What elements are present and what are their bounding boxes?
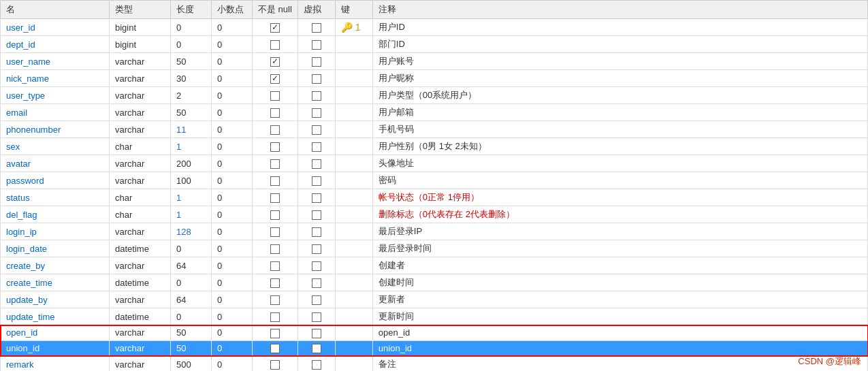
table-body: user_idbigint00🔑 1用户IDdept_idbigint00部门I…	[1, 19, 868, 372]
notnull-checkbox[interactable]	[270, 193, 280, 203]
cell-length: 1	[171, 206, 212, 223]
table-row[interactable]: sexchar10用户性别（0男 1女 2未知）	[1, 138, 868, 155]
cell-type: varchar	[110, 356, 171, 371]
cell-name: sex	[1, 138, 110, 155]
cell-comment: 创建者	[372, 257, 867, 274]
cell-key	[335, 155, 372, 172]
notnull-checkbox[interactable]	[270, 278, 280, 288]
table-row[interactable]: avatarvarchar2000头像地址	[1, 155, 868, 172]
virtual-checkbox[interactable]	[312, 344, 321, 353]
cell-name: remark	[1, 356, 110, 371]
header-key: 键	[335, 1, 372, 19]
cell-type: bigint	[110, 36, 171, 53]
virtual-checkbox[interactable]	[312, 74, 321, 84]
notnull-checkbox[interactable]	[270, 40, 280, 50]
virtual-checkbox[interactable]	[312, 108, 321, 118]
virtual-checkbox[interactable]	[312, 125, 321, 135]
cell-comment: 最后登录IP	[372, 223, 867, 240]
cell-decimal: 0	[212, 87, 253, 104]
notnull-checkbox[interactable]	[270, 23, 280, 33]
virtual-checkbox[interactable]	[312, 295, 321, 305]
notnull-checkbox[interactable]	[270, 159, 280, 169]
cell-notnull	[253, 53, 298, 70]
table-row[interactable]: open_idvarchar500open_id	[1, 325, 868, 341]
cell-type: varchar	[110, 155, 171, 172]
cell-type: varchar	[110, 70, 171, 87]
virtual-checkbox[interactable]	[312, 23, 321, 33]
cell-type: varchar	[110, 87, 171, 104]
header-comment: 注释	[372, 1, 867, 19]
table-row[interactable]: dept_idbigint00部门ID	[1, 36, 868, 53]
table-row[interactable]: login_ipvarchar1280最后登录IP	[1, 223, 868, 240]
table-row[interactable]: create_timedatetime00创建时间	[1, 274, 868, 291]
notnull-checkbox[interactable]	[270, 57, 280, 67]
table-row[interactable]: statuschar10帐号状态（0正常 1停用）	[1, 189, 868, 206]
cell-key: 🔑 1	[335, 19, 372, 36]
notnull-checkbox[interactable]	[270, 74, 280, 84]
cell-name: email	[1, 104, 110, 121]
notnull-checkbox[interactable]	[270, 125, 280, 135]
virtual-checkbox[interactable]	[312, 176, 321, 186]
cell-key	[335, 274, 372, 291]
notnull-checkbox[interactable]	[270, 227, 280, 237]
notnull-checkbox[interactable]	[270, 312, 280, 322]
table-row[interactable]: nick_namevarchar300用户昵称	[1, 70, 868, 87]
virtual-checkbox[interactable]	[312, 312, 321, 322]
notnull-checkbox[interactable]	[270, 360, 280, 370]
virtual-checkbox[interactable]	[312, 193, 321, 203]
table-row[interactable]: update_timedatetime00更新时间	[1, 308, 868, 325]
cell-type: varchar	[110, 223, 171, 240]
virtual-checkbox[interactable]	[312, 40, 321, 50]
cell-notnull	[253, 36, 298, 53]
cell-key	[335, 206, 372, 223]
table-row[interactable]: login_datedatetime00最后登录时间	[1, 240, 868, 257]
cell-virtual	[298, 356, 335, 371]
virtual-checkbox[interactable]	[312, 227, 321, 237]
notnull-checkbox[interactable]	[270, 329, 280, 338]
virtual-checkbox[interactable]	[312, 278, 321, 288]
cell-key	[335, 189, 372, 206]
virtual-checkbox[interactable]	[312, 261, 321, 271]
notnull-checkbox[interactable]	[270, 261, 280, 271]
cell-decimal: 0	[212, 70, 253, 87]
virtual-checkbox[interactable]	[312, 244, 321, 254]
virtual-checkbox[interactable]	[312, 329, 321, 338]
cell-name: login_ip	[1, 223, 110, 240]
virtual-checkbox[interactable]	[312, 57, 321, 67]
table-row[interactable]: remarkvarchar5000备注	[1, 356, 868, 371]
cell-virtual	[298, 340, 335, 356]
cell-notnull	[253, 155, 298, 172]
table-row[interactable]: del_flagchar10删除标志（0代表存在 2代表删除）	[1, 206, 868, 223]
cell-type: char	[110, 206, 171, 223]
virtual-checkbox[interactable]	[312, 360, 321, 370]
notnull-checkbox[interactable]	[270, 142, 280, 152]
table-row[interactable]: user_typevarchar20用户类型（00系统用户）	[1, 87, 868, 104]
cell-comment: 备注	[372, 356, 867, 371]
virtual-checkbox[interactable]	[312, 91, 321, 101]
virtual-checkbox[interactable]	[312, 142, 321, 152]
table-row[interactable]: user_idbigint00🔑 1用户ID	[1, 19, 868, 36]
table-row[interactable]: phonenumbervarchar110手机号码	[1, 121, 868, 138]
table-row[interactable]: user_namevarchar500用户账号	[1, 53, 868, 70]
notnull-checkbox[interactable]	[270, 344, 280, 353]
notnull-checkbox[interactable]	[270, 91, 280, 101]
table-row[interactable]: emailvarchar500用户邮箱	[1, 104, 868, 121]
notnull-checkbox[interactable]	[270, 244, 280, 254]
cell-type: char	[110, 138, 171, 155]
table-row[interactable]: passwordvarchar1000密码	[1, 172, 868, 189]
virtual-checkbox[interactable]	[312, 210, 321, 220]
cell-name: update_time	[1, 308, 110, 325]
table-row[interactable]: union_idvarchar500union_id	[1, 340, 868, 356]
notnull-checkbox[interactable]	[270, 176, 280, 186]
cell-virtual	[298, 223, 335, 240]
notnull-checkbox[interactable]	[270, 108, 280, 118]
notnull-checkbox[interactable]	[270, 210, 280, 220]
cell-decimal: 0	[212, 53, 253, 70]
cell-key	[335, 340, 372, 356]
cell-decimal: 0	[212, 206, 253, 223]
table-row[interactable]: update_byvarchar640更新者	[1, 291, 868, 308]
cell-key	[335, 257, 372, 274]
table-row[interactable]: create_byvarchar640创建者	[1, 257, 868, 274]
virtual-checkbox[interactable]	[312, 159, 321, 169]
notnull-checkbox[interactable]	[270, 295, 280, 305]
